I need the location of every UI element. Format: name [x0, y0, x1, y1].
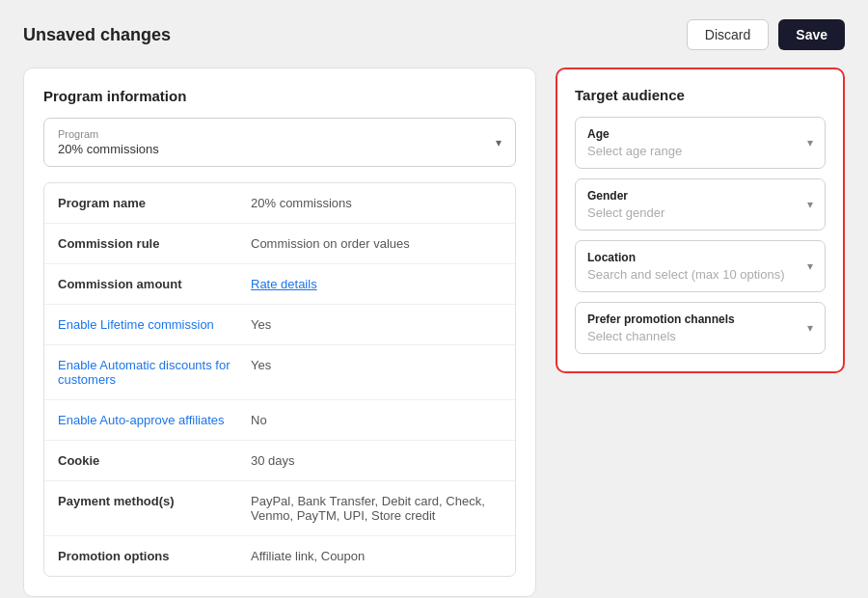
- row-value: Yes: [251, 317, 502, 332]
- row-label: Program name: [58, 196, 251, 210]
- dropdown-label: Gender: [587, 189, 665, 203]
- row-value: Affiliate link, Coupon: [251, 549, 502, 563]
- chevron-down-icon: ▾: [807, 198, 813, 211]
- target-audience-panel: Target audience AgeSelect age range▾Gend…: [556, 68, 845, 373]
- program-info-title: Program information: [43, 88, 516, 104]
- table-row: Enable Automatic discounts for customers…: [44, 345, 515, 400]
- row-value: Yes: [251, 358, 502, 372]
- row-value[interactable]: Rate details: [251, 277, 502, 291]
- program-select-label: Program: [58, 128, 159, 140]
- row-label[interactable]: Enable Lifetime commission: [58, 317, 251, 332]
- chevron-down-icon: ▾: [807, 321, 813, 335]
- row-label[interactable]: Enable Automatic discounts for customers: [58, 358, 251, 387]
- row-label: Commission rule: [58, 236, 251, 251]
- table-row: Program name20% commissions: [44, 183, 515, 224]
- dropdown-label: Location: [587, 251, 785, 264]
- discard-button[interactable]: Discard: [687, 19, 769, 50]
- save-button[interactable]: Save: [778, 19, 845, 50]
- row-value: 30 days: [251, 453, 502, 468]
- target-audience-title: Target audience: [575, 87, 826, 103]
- page-title: Unsaved changes: [23, 25, 171, 45]
- table-row: Enable Auto-approve affiliatesNo: [44, 400, 515, 441]
- chevron-down-icon: ▾: [807, 136, 813, 150]
- audience-dropdown-gender[interactable]: GenderSelect gender▾: [575, 178, 826, 231]
- dropdown-label: Prefer promotion channels: [587, 313, 735, 326]
- table-row: Cookie30 days: [44, 441, 515, 481]
- program-select-value: 20% commissions: [58, 142, 159, 156]
- audience-dropdown-age[interactable]: AgeSelect age range▾: [575, 117, 826, 169]
- table-row: Payment method(s)PayPal, Bank Transfer, …: [44, 481, 515, 536]
- row-value: No: [251, 413, 502, 427]
- row-value: 20% commissions: [251, 196, 502, 210]
- chevron-down-icon: ▾: [496, 136, 502, 150]
- table-row: Commission amountRate details: [44, 264, 515, 305]
- table-row: Commission ruleCommission on order value…: [44, 224, 515, 264]
- dropdown-placeholder: Search and select (max 10 options): [587, 267, 785, 282]
- row-value: Commission on order values: [251, 236, 502, 251]
- row-label: Commission amount: [58, 277, 251, 291]
- table-row: Enable Lifetime commissionYes: [44, 305, 515, 345]
- row-label: Promotion options: [58, 549, 251, 563]
- row-label[interactable]: Enable Auto-approve affiliates: [58, 413, 251, 427]
- header-buttons: Discard Save: [687, 19, 845, 50]
- audience-dropdown-prefer-promotion-channels[interactable]: Prefer promotion channelsSelect channels…: [575, 302, 826, 354]
- dropdown-label: Age: [587, 127, 682, 141]
- program-select[interactable]: Program 20% commissions ▾: [43, 118, 516, 167]
- row-label: Payment method(s): [58, 494, 251, 508]
- row-value: PayPal, Bank Transfer, Debit card, Check…: [251, 494, 502, 523]
- dropdown-placeholder: Select channels: [587, 329, 735, 343]
- left-panel: Program information Program 20% commissi…: [23, 68, 536, 597]
- table-row: Promotion optionsAffiliate link, Coupon: [44, 536, 515, 576]
- program-info-table: Program name20% commissionsCommission ru…: [43, 182, 516, 577]
- row-label: Cookie: [58, 453, 251, 468]
- main-content: Program information Program 20% commissi…: [23, 68, 845, 597]
- dropdown-placeholder: Select gender: [587, 205, 665, 220]
- audience-dropdown-location[interactable]: LocationSearch and select (max 10 option…: [575, 240, 826, 292]
- program-select-content: Program 20% commissions: [58, 128, 159, 156]
- dropdown-placeholder: Select age range: [587, 144, 682, 158]
- chevron-down-icon: ▾: [807, 259, 813, 273]
